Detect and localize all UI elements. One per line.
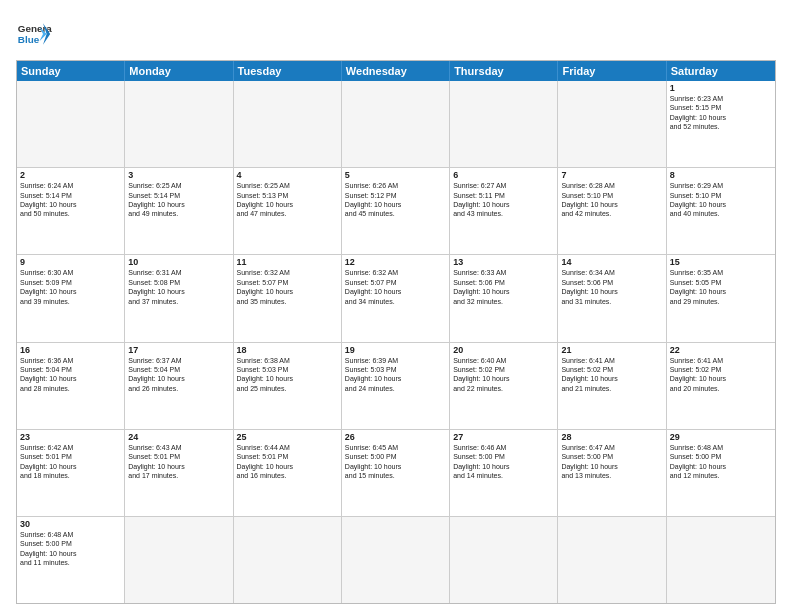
calendar-empty-cell: [234, 517, 342, 603]
calendar-day-9: 9Sunrise: 6:30 AM Sunset: 5:09 PM Daylig…: [17, 255, 125, 341]
calendar-day-7: 7Sunrise: 6:28 AM Sunset: 5:10 PM Daylig…: [558, 168, 666, 254]
cell-sun-info: Sunrise: 6:41 AM Sunset: 5:02 PM Dayligh…: [561, 356, 662, 394]
cell-sun-info: Sunrise: 6:35 AM Sunset: 5:05 PM Dayligh…: [670, 268, 772, 306]
calendar-day-18: 18Sunrise: 6:38 AM Sunset: 5:03 PM Dayli…: [234, 343, 342, 429]
weekday-header-sunday: Sunday: [17, 61, 125, 81]
calendar-day-16: 16Sunrise: 6:36 AM Sunset: 5:04 PM Dayli…: [17, 343, 125, 429]
day-number: 21: [561, 345, 662, 355]
day-number: 10: [128, 257, 229, 267]
calendar-day-21: 21Sunrise: 6:41 AM Sunset: 5:02 PM Dayli…: [558, 343, 666, 429]
cell-sun-info: Sunrise: 6:30 AM Sunset: 5:09 PM Dayligh…: [20, 268, 121, 306]
cell-sun-info: Sunrise: 6:31 AM Sunset: 5:08 PM Dayligh…: [128, 268, 229, 306]
cell-sun-info: Sunrise: 6:37 AM Sunset: 5:04 PM Dayligh…: [128, 356, 229, 394]
cell-sun-info: Sunrise: 6:40 AM Sunset: 5:02 PM Dayligh…: [453, 356, 554, 394]
day-number: 6: [453, 170, 554, 180]
calendar-day-14: 14Sunrise: 6:34 AM Sunset: 5:06 PM Dayli…: [558, 255, 666, 341]
calendar-day-24: 24Sunrise: 6:43 AM Sunset: 5:01 PM Dayli…: [125, 430, 233, 516]
day-number: 17: [128, 345, 229, 355]
cell-sun-info: Sunrise: 6:48 AM Sunset: 5:00 PM Dayligh…: [670, 443, 772, 481]
calendar-day-15: 15Sunrise: 6:35 AM Sunset: 5:05 PM Dayli…: [667, 255, 775, 341]
calendar-day-29: 29Sunrise: 6:48 AM Sunset: 5:00 PM Dayli…: [667, 430, 775, 516]
calendar-row-0: 1Sunrise: 6:23 AM Sunset: 5:15 PM Daylig…: [17, 81, 775, 167]
calendar-empty-cell: [125, 81, 233, 167]
day-number: 18: [237, 345, 338, 355]
day-number: 30: [20, 519, 121, 529]
day-number: 2: [20, 170, 121, 180]
calendar-day-2: 2Sunrise: 6:24 AM Sunset: 5:14 PM Daylig…: [17, 168, 125, 254]
calendar-empty-cell: [342, 81, 450, 167]
day-number: 9: [20, 257, 121, 267]
cell-sun-info: Sunrise: 6:23 AM Sunset: 5:15 PM Dayligh…: [670, 94, 772, 132]
calendar-day-5: 5Sunrise: 6:26 AM Sunset: 5:12 PM Daylig…: [342, 168, 450, 254]
page: General Blue SundayMondayTuesdayWednesda…: [0, 0, 792, 612]
calendar-day-17: 17Sunrise: 6:37 AM Sunset: 5:04 PM Dayli…: [125, 343, 233, 429]
cell-sun-info: Sunrise: 6:25 AM Sunset: 5:14 PM Dayligh…: [128, 181, 229, 219]
calendar-day-6: 6Sunrise: 6:27 AM Sunset: 5:11 PM Daylig…: [450, 168, 558, 254]
calendar-day-4: 4Sunrise: 6:25 AM Sunset: 5:13 PM Daylig…: [234, 168, 342, 254]
weekday-header-monday: Monday: [125, 61, 233, 81]
day-number: 29: [670, 432, 772, 442]
cell-sun-info: Sunrise: 6:26 AM Sunset: 5:12 PM Dayligh…: [345, 181, 446, 219]
weekday-header-saturday: Saturday: [667, 61, 775, 81]
calendar-row-1: 2Sunrise: 6:24 AM Sunset: 5:14 PM Daylig…: [17, 167, 775, 254]
cell-sun-info: Sunrise: 6:29 AM Sunset: 5:10 PM Dayligh…: [670, 181, 772, 219]
day-number: 8: [670, 170, 772, 180]
day-number: 27: [453, 432, 554, 442]
day-number: 20: [453, 345, 554, 355]
weekday-header-tuesday: Tuesday: [234, 61, 342, 81]
calendar-day-11: 11Sunrise: 6:32 AM Sunset: 5:07 PM Dayli…: [234, 255, 342, 341]
day-number: 19: [345, 345, 446, 355]
day-number: 15: [670, 257, 772, 267]
calendar-day-3: 3Sunrise: 6:25 AM Sunset: 5:14 PM Daylig…: [125, 168, 233, 254]
weekday-header-wednesday: Wednesday: [342, 61, 450, 81]
calendar-day-27: 27Sunrise: 6:46 AM Sunset: 5:00 PM Dayli…: [450, 430, 558, 516]
cell-sun-info: Sunrise: 6:34 AM Sunset: 5:06 PM Dayligh…: [561, 268, 662, 306]
calendar-day-10: 10Sunrise: 6:31 AM Sunset: 5:08 PM Dayli…: [125, 255, 233, 341]
logo: General Blue: [16, 16, 52, 52]
calendar-row-3: 16Sunrise: 6:36 AM Sunset: 5:04 PM Dayli…: [17, 342, 775, 429]
cell-sun-info: Sunrise: 6:36 AM Sunset: 5:04 PM Dayligh…: [20, 356, 121, 394]
cell-sun-info: Sunrise: 6:42 AM Sunset: 5:01 PM Dayligh…: [20, 443, 121, 481]
cell-sun-info: Sunrise: 6:25 AM Sunset: 5:13 PM Dayligh…: [237, 181, 338, 219]
cell-sun-info: Sunrise: 6:45 AM Sunset: 5:00 PM Dayligh…: [345, 443, 446, 481]
calendar-row-5: 30Sunrise: 6:48 AM Sunset: 5:00 PM Dayli…: [17, 516, 775, 603]
calendar: SundayMondayTuesdayWednesdayThursdayFrid…: [16, 60, 776, 604]
calendar-empty-cell: [558, 81, 666, 167]
day-number: 11: [237, 257, 338, 267]
cell-sun-info: Sunrise: 6:28 AM Sunset: 5:10 PM Dayligh…: [561, 181, 662, 219]
weekday-header-friday: Friday: [558, 61, 666, 81]
calendar-day-12: 12Sunrise: 6:32 AM Sunset: 5:07 PM Dayli…: [342, 255, 450, 341]
calendar-header: SundayMondayTuesdayWednesdayThursdayFrid…: [17, 61, 775, 81]
calendar-body: 1Sunrise: 6:23 AM Sunset: 5:15 PM Daylig…: [17, 81, 775, 603]
calendar-day-20: 20Sunrise: 6:40 AM Sunset: 5:02 PM Dayli…: [450, 343, 558, 429]
cell-sun-info: Sunrise: 6:41 AM Sunset: 5:02 PM Dayligh…: [670, 356, 772, 394]
cell-sun-info: Sunrise: 6:48 AM Sunset: 5:00 PM Dayligh…: [20, 530, 121, 568]
calendar-day-26: 26Sunrise: 6:45 AM Sunset: 5:00 PM Dayli…: [342, 430, 450, 516]
calendar-day-13: 13Sunrise: 6:33 AM Sunset: 5:06 PM Dayli…: [450, 255, 558, 341]
calendar-day-23: 23Sunrise: 6:42 AM Sunset: 5:01 PM Dayli…: [17, 430, 125, 516]
calendar-empty-cell: [234, 81, 342, 167]
calendar-empty-cell: [558, 517, 666, 603]
calendar-empty-cell: [450, 81, 558, 167]
generalblue-logo-icon: General Blue: [16, 16, 52, 52]
cell-sun-info: Sunrise: 6:38 AM Sunset: 5:03 PM Dayligh…: [237, 356, 338, 394]
weekday-header-thursday: Thursday: [450, 61, 558, 81]
cell-sun-info: Sunrise: 6:47 AM Sunset: 5:00 PM Dayligh…: [561, 443, 662, 481]
day-number: 4: [237, 170, 338, 180]
calendar-day-30: 30Sunrise: 6:48 AM Sunset: 5:00 PM Dayli…: [17, 517, 125, 603]
cell-sun-info: Sunrise: 6:24 AM Sunset: 5:14 PM Dayligh…: [20, 181, 121, 219]
cell-sun-info: Sunrise: 6:44 AM Sunset: 5:01 PM Dayligh…: [237, 443, 338, 481]
calendar-day-22: 22Sunrise: 6:41 AM Sunset: 5:02 PM Dayli…: [667, 343, 775, 429]
day-number: 7: [561, 170, 662, 180]
calendar-row-2: 9Sunrise: 6:30 AM Sunset: 5:09 PM Daylig…: [17, 254, 775, 341]
day-number: 23: [20, 432, 121, 442]
svg-text:Blue: Blue: [18, 34, 40, 45]
cell-sun-info: Sunrise: 6:32 AM Sunset: 5:07 PM Dayligh…: [237, 268, 338, 306]
calendar-day-1: 1Sunrise: 6:23 AM Sunset: 5:15 PM Daylig…: [667, 81, 775, 167]
calendar-row-4: 23Sunrise: 6:42 AM Sunset: 5:01 PM Dayli…: [17, 429, 775, 516]
day-number: 5: [345, 170, 446, 180]
calendar-empty-cell: [450, 517, 558, 603]
cell-sun-info: Sunrise: 6:46 AM Sunset: 5:00 PM Dayligh…: [453, 443, 554, 481]
day-number: 25: [237, 432, 338, 442]
cell-sun-info: Sunrise: 6:43 AM Sunset: 5:01 PM Dayligh…: [128, 443, 229, 481]
